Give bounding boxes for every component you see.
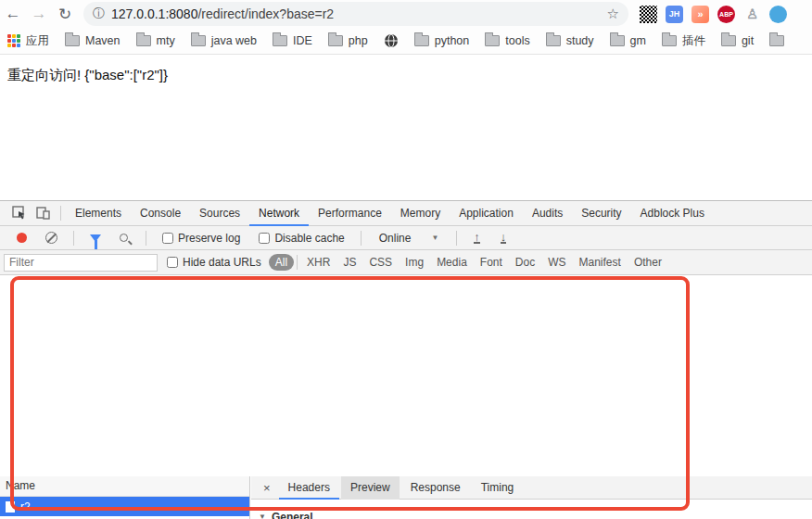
bookmark-folder-javaweb[interactable]: java web [191,34,257,47]
stack-extension-icon[interactable]: » [691,6,709,23]
request-row-r2[interactable]: r2 [0,497,249,516]
disable-cache-label: Disable cache [274,232,344,245]
bookmark-folder-git[interactable]: git [721,34,754,47]
search-icon[interactable] [120,234,128,242]
page-info-icon[interactable]: ⓘ [93,6,111,22]
sitemap-extension-icon[interactable]: ♙ [743,6,761,23]
tab-performance[interactable]: Performance [309,201,391,226]
preserve-log-input[interactable] [162,233,173,244]
folder-icon [414,35,429,46]
network-filter-bar: Hide data URLs All XHR JS CSS Img Media … [0,250,812,275]
bookmark-label: 插件 [682,33,705,49]
import-har-icon[interactable]: ↑ [474,232,480,244]
qr-extension-icon[interactable] [640,6,657,23]
url-text[interactable]: 127.0.0.1:8080/redirect/index?base=r2 [111,6,607,21]
pill-css[interactable]: CSS [362,254,399,271]
apps-shortcut[interactable]: 应用 [7,33,49,49]
tab-preview[interactable]: Preview [341,476,400,500]
back-button[interactable]: ← [0,5,26,23]
bookmark-label: IDE [293,34,312,47]
pill-manifest[interactable]: Manifest [573,254,628,271]
tab-elements[interactable]: Elements [66,201,131,226]
tab-response[interactable]: Response [401,476,470,500]
clear-icon[interactable] [45,232,57,244]
jh-extension-icon[interactable]: JH [666,6,683,23]
request-list-header[interactable]: Name [0,476,249,497]
detail-tab-bar: × Headers Preview Response Timing [251,476,812,500]
hide-data-urls-checkbox[interactable]: Hide data URLs [167,256,261,269]
tab-memory[interactable]: Memory [391,201,450,226]
pill-doc[interactable]: Doc [509,254,541,271]
bookmark-label: study [566,34,594,47]
request-detail-panel: × Headers Preview Response Timing ▼ Gene… [251,476,812,519]
request-list-panel: Name r2 index?base=r2 009.png [0,476,250,519]
pill-xhr[interactable]: XHR [300,254,336,271]
folder-icon [662,35,677,46]
bookmark-folder-mty[interactable]: mty [136,34,175,47]
disable-cache-input[interactable] [259,233,270,244]
bookmark-folder-gm[interactable]: gm [610,34,646,47]
close-icon[interactable]: × [257,481,277,495]
preserve-log-checkbox[interactable]: Preserve log [162,232,240,245]
tab-headers[interactable]: Headers [279,476,339,500]
disable-cache-checkbox[interactable]: Disable cache [259,232,344,245]
filter-funnel-icon[interactable] [90,234,101,242]
inspect-element-icon[interactable] [7,204,32,222]
adblock-extension-icon[interactable]: ABP [717,6,735,23]
record-button[interactable] [17,233,27,243]
divider [60,206,61,221]
pill-other[interactable]: Other [628,254,668,271]
pill-img[interactable]: Img [399,254,430,271]
folder-icon [485,35,500,46]
bookmark-folder-study[interactable]: study [546,34,594,47]
reload-button[interactable]: ↻ [52,5,78,24]
chevron-down-icon: ▼ [431,234,438,242]
forward-button[interactable]: → [26,5,52,23]
pill-js[interactable]: JS [336,254,362,271]
tab-application[interactable]: Application [450,201,523,226]
document-icon [6,501,15,513]
bookmark-folder-ide[interactable]: IDE [273,34,312,47]
export-har-icon[interactable]: ↓ [501,232,507,244]
device-toolbar-icon[interactable] [32,204,56,222]
section-title: General [272,511,313,519]
bookmark-folder-php[interactable]: php [328,34,368,47]
bookmark-folder-tools[interactable]: tools [485,34,529,47]
pill-media[interactable]: Media [430,254,474,271]
url-path: /redirect/index?base=r2 [197,6,334,21]
tab-sources[interactable]: Sources [190,201,249,226]
hide-data-urls-input[interactable] [167,257,178,268]
folder-icon [546,35,561,46]
throttling-value: Online [379,232,412,245]
folder-icon [191,35,206,46]
divider [297,255,298,270]
bookmark-folder-maven[interactable]: Maven [65,34,121,47]
pill-ws[interactable]: WS [541,254,572,271]
bookmark-folder-plugin[interactable]: 插件 [662,33,705,49]
tab-audits[interactable]: Audits [523,201,572,226]
pill-font[interactable]: Font [474,254,509,271]
bookmark-folder-cut[interactable] [769,35,784,46]
blue-extension-icon[interactable] [769,6,787,23]
filter-input[interactable] [4,254,158,272]
request-name: r2 [20,500,31,513]
folder-icon [65,35,80,46]
tab-adblock-plus[interactable]: Adblock Plus [631,201,714,226]
type-filter-pills: All XHR JS CSS Img Media Font Doc WS Man… [269,254,668,271]
globe-bookmark[interactable] [384,33,399,48]
tab-security[interactable]: Security [572,201,630,226]
extension-icons: JH » ABP ♙ [640,6,787,23]
throttling-dropdown[interactable]: Online ▼ [379,232,439,245]
general-section-header[interactable]: ▼ General [259,507,812,519]
devtools-panel: Elements Console Sources Network Perform… [0,200,812,519]
tab-console[interactable]: Console [131,201,190,226]
pill-all[interactable]: All [269,254,294,271]
bookmark-star-icon[interactable]: ☆ [607,6,619,22]
bookmark-label: gm [630,34,646,47]
bookmark-folder-python[interactable]: python [414,34,470,47]
bookmark-label: java web [211,34,257,47]
bookmark-label: python [435,34,470,47]
tab-timing[interactable]: Timing [472,476,524,500]
tab-network[interactable]: Network [249,201,309,226]
address-bar[interactable]: ⓘ 127.0.0.1:8080/redirect/index?base=r2 … [83,2,628,26]
